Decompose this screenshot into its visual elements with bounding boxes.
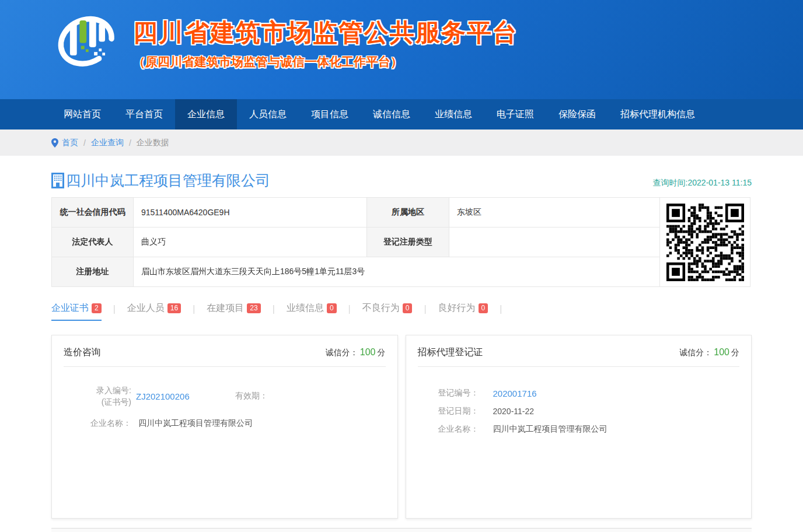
company-name: 四川中岚工程项目管理有限公司 [66,171,270,190]
qr-code-image [666,204,744,281]
certificate-card-bidding-agency: 招标代理登记证 诚信分：100分 登记编号： 202001716 登记日期： 2… [406,335,752,519]
nav-item-enterprise-info[interactable]: 企业信息 [175,99,237,130]
main-nav: 网站首页 平台首页 企业信息 人员信息 项目信息 诚信信息 业绩信息 电子证照 … [0,99,803,130]
company-name-label: 企业名称： [64,418,131,429]
address-value: 眉山市东坡区眉州大道东三段天天向上186号5幢1单元11层3号 [134,257,660,287]
site-header: 四川省建筑市场监管公共服务平台 （原四川省建筑市场监管与诚信一体化工作平台） [0,0,803,99]
nav-item-site-home[interactable]: 网站首页 [51,99,113,130]
tab-count-badge: 23 [247,303,260,313]
table-row: 注册地址 眉山市东坡区眉州大道东三段天天向上186号5幢1单元11层3号 [52,257,750,287]
tab-label: 企业证书 [51,302,89,314]
location-pin-icon [51,138,58,148]
tab-separator: | [424,304,426,320]
tab-separator: | [500,304,502,320]
legal-rep-label: 法定代表人 [52,228,134,257]
nav-item-credit-info[interactable]: 诚信信息 [361,99,423,130]
credit-code-value: 91511400MA6420GE9H [134,198,367,228]
tab-label: 良好行为 [438,302,476,314]
region-value: 东坡区 [449,198,660,228]
credit-code-label: 统一社会信用代码 [52,198,134,228]
query-time: 查询时间:2022-01-13 11:15 [653,178,752,190]
tab-separator: | [113,304,116,320]
credit-score-value: 100 [714,347,729,357]
card-title: 招标代理登记证 [418,346,483,359]
tab-separator: | [273,304,275,320]
tab-enterprise-certificates[interactable]: 企业证书 2 [51,302,102,321]
nav-item-platform-home[interactable]: 平台首页 [113,99,175,130]
tab-enterprise-personnel[interactable]: 企业人员 16 [127,302,181,321]
tab-separator: | [193,304,195,320]
nav-item-project-info[interactable]: 项目信息 [299,99,361,130]
breadcrumb-separator: / [83,138,86,148]
tab-count-badge: 0 [327,303,337,313]
registration-number-link[interactable]: 202001716 [493,388,537,398]
tab-label: 企业人员 [127,302,165,314]
breadcrumb-home[interactable]: 首页 [62,138,78,148]
building-icon [51,173,64,188]
tab-count-badge: 0 [403,303,413,313]
tab-count-badge: 0 [479,303,488,313]
tab-good-behavior[interactable]: 良好行为 0 [438,302,488,321]
reg-type-value [449,228,660,257]
site-title: 四川省建筑市场监管公共服务平台 [133,16,518,49]
credit-score-unit: 分 [378,348,386,357]
company-name-value: 四川中岚工程项目管理有限公司 [138,418,253,428]
qr-code-cell [660,198,750,287]
breadcrumb-enterprise-search[interactable]: 企业查询 [91,138,124,148]
registration-number-label: 登记编号： [438,388,485,398]
validity-label: 有效期： [235,391,268,401]
company-name-value: 四川中岚工程项目管理有限公司 [493,424,608,435]
tab-label: 不良行为 [362,302,400,314]
detail-tabs: 企业证书 2 | 企业人员 16 | 在建项目 23 | 业绩信息 0 | 不良… [51,301,752,322]
company-title: 四川中岚工程项目管理有限公司 [51,171,270,190]
tab-separator: | [348,304,351,320]
credit-score-unit: 分 [731,348,739,357]
address-label: 注册地址 [52,257,134,287]
registration-date-value: 2020-11-22 [493,407,535,416]
bottom-divider [51,528,752,532]
main-content: 四川中岚工程项目管理有限公司 查询时间:2022-01-13 11:15 统一社… [51,171,752,532]
tab-label: 业绩信息 [287,302,324,314]
company-info-table: 统一社会信用代码 91511400MA6420GE9H 所属地区 东坡区 法定代… [51,197,750,287]
card-title: 造价咨询 [64,346,101,359]
nav-item-insurance-guarantee[interactable]: 保险保函 [546,99,608,130]
breadcrumb: 首页 / 企业查询 / 企业数据 [51,130,752,156]
nav-item-bidding-agency-info[interactable]: 招标代理机构信息 [608,99,707,130]
tab-performance-info[interactable]: 业绩信息 0 [287,302,337,321]
entry-number-link[interactable]: ZJ202100206 [136,391,235,401]
certificate-card-cost-consulting: 造价咨询 诚信分：100分 录入编号: (证书号) ZJ202100206 有效… [51,335,398,519]
nav-item-e-certificate[interactable]: 电子证照 [484,99,546,130]
credit-score-value: 100 [360,347,376,357]
breadcrumb-bar: 首页 / 企业查询 / 企业数据 [0,130,803,156]
nav-item-performance-info[interactable]: 业绩信息 [423,99,484,130]
breadcrumb-enterprise-data: 企业数据 [137,138,169,148]
registration-date-label: 登记日期： [438,406,485,416]
tab-count-badge: 16 [167,303,181,313]
table-row: 统一社会信用代码 91511400MA6420GE9H 所属地区 东坡区 [52,198,750,228]
site-subtitle: （原四川省建筑市场监管与诚信一体化工作平台） [133,54,518,70]
table-row: 法定代表人 曲义巧 登记注册类型 [52,228,750,257]
breadcrumb-separator: / [129,138,131,148]
region-label: 所属地区 [367,198,449,228]
platform-logo-icon [51,9,120,78]
tab-count-badge: 2 [92,303,102,313]
company-name-label: 企业名称： [438,424,485,435]
legal-rep-value: 曲义巧 [134,228,367,257]
credit-score-label: 诚信分： [326,348,358,357]
tab-projects-under-construction[interactable]: 在建项目 23 [207,302,260,321]
tab-bad-behavior[interactable]: 不良行为 0 [362,302,413,321]
nav-item-personnel-info[interactable]: 人员信息 [237,99,299,130]
credit-score-label: 诚信分： [679,348,712,357]
credit-score: 诚信分：100分 [679,347,739,358]
tab-label: 在建项目 [207,302,244,314]
entry-number-label: 录入编号: (证书号) [64,384,131,408]
reg-type-label: 登记注册类型 [367,228,449,257]
credit-score: 诚信分：100分 [326,347,386,358]
